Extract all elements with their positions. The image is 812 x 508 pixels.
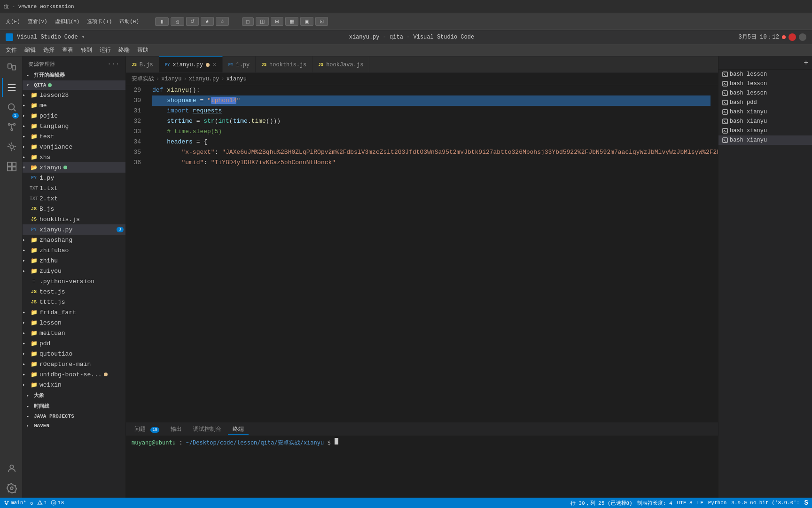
vscode-dropdown[interactable]: ▾ (82, 34, 85, 40)
vm-print-btn[interactable]: 🖨 (171, 17, 184, 26)
status-tab-size[interactable]: 制表符长度: 4 (637, 500, 672, 507)
sidebar-file-bjs[interactable]: JS B.js (23, 204, 125, 214)
sidebar-file-ttttjs[interactable]: JS tttt.js (23, 297, 125, 307)
vm-display-btn[interactable]: ⊡ (315, 17, 328, 26)
activity-settings[interactable] (2, 479, 21, 498)
panel-content[interactable]: muyang@ubuntu : ~/Desktop/code/lesson/qi… (126, 436, 718, 498)
terminal-item-4[interactable]: bash pdd (718, 98, 812, 107)
tab-hookthisjs[interactable]: JS hookthis.js (256, 56, 312, 73)
menu-goto[interactable]: 转到 (77, 45, 96, 56)
status-language[interactable]: Python (708, 500, 727, 506)
vm-menu-vm[interactable]: 虚拟机(M) (52, 17, 83, 26)
status-error-icon[interactable]: ✗ 18 (51, 500, 64, 506)
status-warning-icon[interactable]: ! 1 (37, 500, 47, 506)
sidebar-file-2txt[interactable]: TXT 2.txt (23, 193, 125, 204)
sidebar-file-pythonversion[interactable]: ≡ .python-version (23, 276, 125, 286)
vm-fav2-btn[interactable]: ☆ (216, 17, 229, 26)
add-terminal-btn[interactable]: + (804, 59, 808, 67)
sidebar-item-zuiyou[interactable]: 📁 zuiyou (23, 266, 125, 276)
sidebar-section-open-editors[interactable]: 打开的编辑器 (23, 70, 125, 80)
sidebar-section-daxiang[interactable]: 大象 (23, 390, 125, 401)
sidebar-item-unidbg[interactable]: 📁 unidbg-boot-se... (23, 369, 125, 380)
sidebar-file-1py[interactable]: PY 1.py (23, 173, 125, 183)
sidebar-file-hookthisjs[interactable]: JS hookthis.js (23, 214, 125, 224)
sidebar-item-xhs[interactable]: 📁 xhs (23, 152, 125, 162)
sidebar-section-timeline[interactable]: 时间线 (23, 401, 125, 412)
tab-bjs[interactable]: JS B.js (126, 56, 159, 73)
vm-view3-btn[interactable]: ⊞ (271, 17, 283, 26)
terminal-item-6[interactable]: bash xianyu (718, 117, 812, 126)
menu-view[interactable]: 查看 (58, 45, 77, 56)
vm-view2-btn[interactable]: ◫ (256, 17, 269, 26)
terminal-item-8[interactable]: bash xianyu (718, 135, 812, 145)
vm-fav-btn[interactable]: ★ (201, 17, 214, 26)
sidebar-item-lesson[interactable]: 📁 lesson (23, 318, 125, 328)
activity-files[interactable] (2, 58, 21, 77)
sidebar-item-zhihu[interactable]: 📁 zhihu (23, 255, 125, 266)
close-circle[interactable] (789, 33, 796, 41)
panel-tab-problems[interactable]: 问题 19 (130, 424, 164, 435)
panel-tab-debug[interactable]: 调试控制台 (188, 424, 226, 435)
vm-menu-view[interactable]: 查看(V) (25, 17, 50, 26)
sidebar-item-qutoutiao[interactable]: 📁 qutoutiao (23, 349, 125, 359)
terminal-item-2[interactable]: bash lesson (718, 79, 812, 88)
tab-xianyupy[interactable]: PY xianyu.py × (159, 56, 223, 73)
status-refresh-icon[interactable]: ↻ (30, 500, 33, 506)
sidebar-item-xianyu[interactable]: 📂 xianyu (23, 162, 125, 173)
code-editor[interactable]: 29 30 31 32 33 34 35 36 def (126, 85, 718, 498)
sidebar-item-zhifubao[interactable]: 📁 zhifubao (23, 245, 125, 255)
sidebar-section-maven[interactable]: MAVEN (23, 421, 125, 430)
status-branch-icon[interactable]: main* (4, 500, 26, 506)
sidebar-file-testjs[interactable]: JS test.js (23, 286, 125, 297)
status-python-version[interactable]: 3.9.0 64-bit ('3.9.0': (731, 500, 799, 506)
sidebar-item-pdd[interactable]: 📁 pdd (23, 338, 125, 349)
sidebar-item-lesson28[interactable]: 📁 lesson28 (23, 90, 125, 100)
activity-accounts[interactable] (2, 459, 21, 478)
sidebar-item-me[interactable]: 📁 me (23, 100, 125, 111)
terminal-item-5[interactable]: bash xianyu (718, 107, 812, 117)
vm-refresh-btn[interactable]: ↺ (186, 17, 199, 26)
sidebar-section-qita[interactable]: QITA (23, 80, 125, 90)
vm-menu-tab[interactable]: 选项卡(T) (84, 17, 115, 26)
vm-terminal-btn[interactable]: ▣ (300, 17, 313, 26)
activity-scm[interactable]: 1 (2, 118, 21, 136)
sidebar-item-zhaoshang[interactable]: 📁 zhaoshang (23, 235, 125, 245)
status-eol[interactable]: LF (697, 500, 703, 506)
status-encoding[interactable]: UTF-8 (677, 500, 693, 506)
sidebar-item-meituan[interactable]: 📁 meituan (23, 328, 125, 338)
sidebar-item-r0capture[interactable]: 📁 r0capture-main (23, 359, 125, 369)
activity-extensions[interactable] (2, 157, 21, 176)
panel-tab-terminal[interactable]: 终端 (228, 424, 249, 435)
sidebar-item-vpnjiance[interactable]: 📁 vpnjiance (23, 142, 125, 152)
vm-menu-help[interactable]: 帮助(H) (117, 17, 142, 26)
terminal-item-7[interactable]: bash xianyu (718, 126, 812, 135)
menu-edit[interactable]: 编辑 (21, 45, 39, 56)
xianyupy-close-btn[interactable]: × (212, 61, 216, 69)
tab-1py[interactable]: PY 1.py (223, 56, 256, 73)
sidebar-file-1txt[interactable]: TXT 1.txt (23, 183, 125, 193)
menu-terminal[interactable]: 终端 (115, 45, 133, 56)
sidebar-dots[interactable]: ··· (107, 60, 120, 68)
status-line-col[interactable]: 行 30，列 25 (已选择8) (570, 500, 632, 507)
terminal-item-1[interactable]: bash lesson (718, 70, 812, 79)
vm-view1-btn[interactable]: □ (242, 17, 254, 26)
sidebar-item-pojie[interactable]: 📁 pojie (23, 111, 125, 121)
tab-hookjavajs[interactable]: JS hookJava.js (312, 56, 369, 73)
sidebar-item-frida[interactable]: 📁 frida_fart (23, 307, 125, 318)
vm-pause-btn[interactable]: ⏸ (155, 17, 169, 26)
terminal-item-3[interactable]: bash lesson (718, 88, 812, 98)
minimize-circle[interactable] (799, 33, 806, 41)
sidebar-item-test[interactable]: 📁 test (23, 131, 125, 142)
sidebar-file-xianyupy[interactable]: PY xianyu.py 3 (23, 224, 125, 235)
vm-view4-btn[interactable]: ▦ (285, 17, 298, 26)
panel-tab-output[interactable]: 输出 (166, 424, 187, 435)
menu-run[interactable]: 运行 (96, 45, 115, 56)
menu-file[interactable]: 文件 (2, 45, 21, 56)
menu-select[interactable]: 选择 (39, 45, 58, 56)
sidebar-item-tangtang[interactable]: 📁 tangtang (23, 121, 125, 131)
sidebar-section-java[interactable]: JAVA PROJECTS (23, 412, 125, 421)
sidebar-item-weixin[interactable]: 📁 weixin (23, 380, 125, 390)
activity-debug[interactable] (2, 137, 21, 156)
vm-menu-file[interactable]: 文(F) (3, 17, 23, 26)
menu-help[interactable]: 帮助 (133, 45, 152, 56)
